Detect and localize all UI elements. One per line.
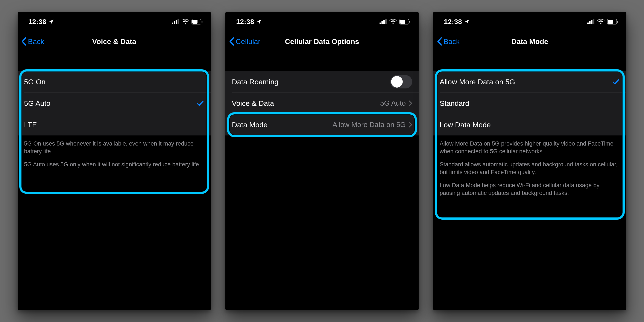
svg-rect-3 <box>178 19 179 24</box>
option-lte[interactable]: LTE <box>18 114 211 136</box>
data-roaming-toggle[interactable] <box>390 75 412 88</box>
option-5g-on[interactable]: 5G On <box>18 71 211 92</box>
svg-rect-13 <box>409 20 410 23</box>
row-voice-and-data[interactable]: Voice & Data 5G Auto <box>226 92 418 114</box>
svg-rect-12 <box>400 20 405 24</box>
row-label: Voice & Data <box>232 99 274 108</box>
svg-rect-5 <box>192 20 198 24</box>
row-label: Data Roaming <box>232 78 278 86</box>
battery-icon <box>192 19 203 24</box>
back-button[interactable]: Cellular <box>229 37 260 46</box>
back-button[interactable]: Back <box>437 37 460 46</box>
option-label: Low Data Mode <box>440 121 491 129</box>
page-title: Voice & Data <box>18 37 211 46</box>
option-label: Allow More Data on 5G <box>440 78 515 86</box>
location-icon <box>256 19 262 24</box>
cellular-signal-icon <box>380 19 387 24</box>
nav-bar: Back Voice & Data <box>18 32 211 51</box>
status-time: 12:38 <box>28 18 46 26</box>
svg-rect-14 <box>587 22 588 24</box>
screen-cellular-data-options: 12:38 Cellular <box>226 12 418 310</box>
status-time: 12:38 <box>236 18 254 26</box>
option-low-data-mode[interactable]: Low Data Mode <box>433 114 626 136</box>
svg-rect-0 <box>172 22 173 24</box>
screen-data-mode: 12:38 Back Data <box>433 12 626 310</box>
option-label: LTE <box>24 121 37 129</box>
footer-text: 5G On uses 5G whenever it is available, … <box>18 136 211 174</box>
svg-rect-19 <box>608 20 613 24</box>
option-5g-auto[interactable]: 5G Auto <box>18 92 211 114</box>
option-label: Standard <box>440 99 469 108</box>
footer-text: Allow More Data on 5G provides higher-qu… <box>433 136 626 202</box>
svg-rect-17 <box>593 19 594 24</box>
back-button[interactable]: Back <box>21 37 44 46</box>
chevron-right-icon <box>409 100 412 106</box>
battery-icon <box>607 19 618 24</box>
svg-rect-7 <box>380 22 381 24</box>
svg-rect-15 <box>589 21 590 24</box>
row-data-roaming[interactable]: Data Roaming <box>226 71 418 92</box>
status-bar: 12:38 <box>226 12 418 32</box>
location-icon <box>48 19 54 24</box>
chevron-right-icon <box>409 122 412 128</box>
status-bar: 12:38 <box>18 12 211 32</box>
location-icon <box>464 19 470 24</box>
option-allow-more-data-5g[interactable]: Allow More Data on 5G <box>433 71 626 92</box>
svg-rect-6 <box>202 20 202 23</box>
cellular-signal-icon <box>172 19 179 24</box>
screen-voice-and-data: 12:38 Back Voic <box>18 12 211 310</box>
battery-icon <box>399 19 410 24</box>
svg-rect-1 <box>174 21 175 24</box>
wifi-icon <box>182 19 189 24</box>
nav-bar: Cellular Cellular Data Options <box>226 32 418 51</box>
back-label: Cellular <box>236 37 260 46</box>
status-bar: 12:38 <box>433 12 626 32</box>
checkmark-icon <box>612 78 620 86</box>
option-label: 5G Auto <box>24 99 50 108</box>
svg-rect-16 <box>591 20 592 24</box>
svg-rect-2 <box>176 20 177 24</box>
svg-rect-9 <box>384 20 385 24</box>
page-title: Data Mode <box>433 37 626 46</box>
row-value: 5G Auto <box>380 99 406 107</box>
back-label: Back <box>28 37 44 46</box>
option-label: 5G On <box>24 78 46 86</box>
row-label: Data Mode <box>232 121 268 129</box>
checkmark-icon <box>196 99 204 107</box>
status-time: 12:38 <box>444 18 462 26</box>
wifi-icon <box>390 19 397 24</box>
cellular-signal-icon <box>587 19 595 24</box>
back-label: Back <box>444 37 460 46</box>
svg-rect-10 <box>385 19 386 24</box>
svg-rect-20 <box>617 20 618 23</box>
svg-rect-8 <box>382 21 383 24</box>
nav-bar: Back Data Mode <box>433 32 626 51</box>
wifi-icon <box>597 19 604 24</box>
row-value: Allow More Data on 5G <box>332 121 406 129</box>
option-standard[interactable]: Standard <box>433 92 626 114</box>
row-data-mode[interactable]: Data Mode Allow More Data on 5G <box>226 114 418 136</box>
